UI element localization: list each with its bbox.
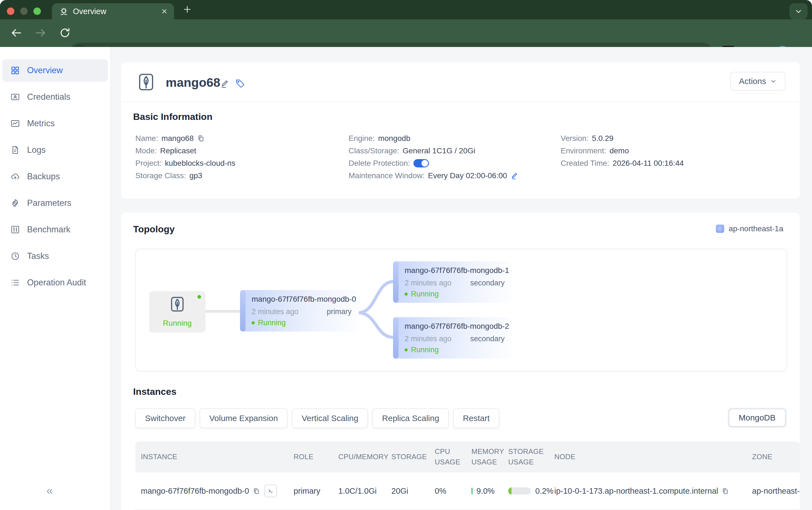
cell-instance: mango-67f76f76fb-mongodb-0: [141, 473, 294, 509]
switchover-button[interactable]: Switchover: [135, 408, 195, 428]
terminal-icon: [267, 487, 274, 494]
field-label: Delete Protection:: [349, 159, 410, 168]
pod-node-secondary-1[interactable]: mango-67f76f76fb-mongodb-1 2 minutes ago…: [393, 261, 512, 303]
volume-expansion-button[interactable]: Volume Expansion: [200, 408, 288, 428]
instance-actions: Switchover Volume Expansion Vertical Sca…: [135, 408, 499, 428]
terminal-button[interactable]: [264, 485, 277, 497]
sidebar-item-backups[interactable]: Backups: [2, 165, 108, 188]
vertical-scaling-button[interactable]: Vertical Scaling: [292, 408, 368, 428]
tab-mongodb[interactable]: MongoDB: [729, 409, 785, 426]
sidebar-item-benchmark[interactable]: Benchmark: [2, 218, 108, 241]
document-icon: [10, 145, 20, 155]
field-label: Mode:: [135, 146, 157, 155]
pod-node-secondary-2[interactable]: mango-67f76f76fb-mongodb-2 2 minutes ago…: [393, 317, 512, 359]
pod-node-primary[interactable]: mango-67f76f76fb-mongodb-0 2 minutes ago…: [240, 290, 359, 332]
tab-title: Overview: [73, 7, 161, 16]
sidebar: Overview Credentials Metrics: [0, 47, 111, 510]
zone-legend: ap-northeast-1a: [716, 224, 783, 233]
sidebar-item-label: Metrics: [27, 118, 55, 129]
tag-icon[interactable]: [235, 78, 245, 89]
pod-age: 2 minutes ago: [405, 335, 452, 343]
sidebar-item-label: Logs: [27, 145, 46, 155]
sidebar-item-label: Benchmark: [27, 225, 70, 234]
cell-cpu-usage: 0%: [435, 473, 471, 509]
field-value: mango68: [161, 134, 194, 143]
field-label: Created Time:: [561, 159, 609, 168]
column-header-storage-usage: STORAGE USAGE: [508, 442, 554, 473]
pod-age: 2 minutes ago: [252, 308, 298, 316]
field-value: demo: [610, 146, 629, 155]
sidebar-item-label: Tasks: [27, 251, 49, 261]
basic-info-title: Basic Information: [133, 111, 212, 122]
sidebar-item-metrics[interactable]: Metrics: [2, 112, 108, 135]
line-chart-icon: [10, 119, 20, 128]
field-label: Maintenance Window:: [349, 171, 425, 180]
id-badge-icon: [10, 92, 20, 102]
field-created-time: Created Time: 2026-04-11 00:16:44: [561, 160, 684, 167]
field-label: Version:: [561, 134, 588, 143]
window-maximize-button[interactable]: [33, 7, 41, 15]
pod-age: 2 minutes ago: [405, 279, 452, 287]
field-value: Replicaset: [160, 146, 196, 155]
cluster-name-title: mango68: [166, 76, 221, 90]
engine-filter-tab-group: MongoDB: [728, 408, 787, 428]
edit-maintenance-icon[interactable]: [511, 172, 519, 180]
gear-icon: [10, 198, 20, 208]
cell-node: ip-10-0-1-173.ap-northeast-1.compute.int…: [554, 473, 752, 509]
actions-button[interactable]: Actions: [730, 72, 785, 91]
browser-tab[interactable]: Overview: [52, 3, 174, 19]
sidebar-item-logs[interactable]: Logs: [2, 139, 108, 161]
copy-icon[interactable]: [197, 135, 205, 142]
tab-search-button[interactable]: [789, 3, 808, 19]
field-label: Project:: [135, 159, 162, 168]
copy-icon[interactable]: [721, 487, 729, 495]
sidebar-item-parameters[interactable]: Parameters: [2, 192, 108, 215]
field-value: General 1C1G / 20Gi: [403, 146, 475, 155]
column-header-cpu-usage: CPU USAGE: [435, 442, 471, 473]
pod-role: secondary: [470, 335, 504, 343]
sidebar-collapse-button[interactable]: «: [47, 484, 53, 497]
delete-protection-toggle[interactable]: [413, 159, 429, 167]
cell-storage: 20Gi: [392, 473, 435, 509]
sidebar-item-label: Backups: [27, 172, 60, 181]
back-icon[interactable]: [10, 27, 23, 39]
instances-table: INSTANCE ROLE CPU/MEMORY STORAGE CPU USA…: [135, 442, 800, 510]
pod-role: primary: [327, 308, 352, 316]
sidebar-item-tasks[interactable]: Tasks: [2, 245, 108, 267]
replica-scaling-button[interactable]: Replica Scaling: [372, 408, 449, 428]
sidebar-item-credentials[interactable]: Credentials: [2, 86, 108, 108]
topology-instances-card: Topology ap-northeast-1a Running: [121, 213, 800, 510]
column-header-cpu-memory: CPU/MEMORY: [338, 442, 392, 473]
window-close-button[interactable]: [7, 7, 14, 15]
close-tab-icon[interactable]: [161, 8, 168, 15]
sidebar-item-label: Operation Audit: [27, 278, 86, 288]
field-value: kubeblocks-cloud-ns: [165, 159, 235, 168]
edit-name-icon[interactable]: [220, 79, 230, 89]
clock-icon: [10, 251, 20, 261]
memory-usage-value: 9.0%: [476, 486, 495, 495]
forward-icon[interactable]: [34, 27, 47, 39]
sidebar-item-operation-audit[interactable]: Operation Audit: [2, 271, 108, 294]
copy-icon[interactable]: [253, 487, 260, 495]
sidebar-item-overview[interactable]: Overview: [2, 59, 108, 82]
cell-cpu-memory: 1.0C/1.0Gi: [338, 473, 392, 509]
field-mode: Mode: Replicaset: [135, 147, 235, 155]
cluster-status: Running: [149, 319, 205, 328]
pod-accent-bar: [240, 290, 245, 332]
pod-status: Running: [405, 290, 439, 299]
window-minimize-button[interactable]: [20, 7, 28, 15]
restart-button[interactable]: Restart: [453, 408, 499, 428]
pod-status: Running: [252, 318, 286, 327]
topology-title: Topology: [133, 224, 175, 234]
column-header-node: NODE: [554, 442, 752, 473]
topology-diagram: Running mango-67f76f76fb-mongodb-0 2 min…: [135, 249, 787, 372]
sidebar-item-label: Overview: [27, 65, 63, 76]
field-value: gp3: [190, 171, 202, 180]
reload-icon[interactable]: [59, 27, 71, 39]
cluster-root-node[interactable]: Running: [149, 291, 205, 333]
storage-usage-bar: [508, 487, 531, 494]
field-name: Name: mango68: [135, 135, 235, 142]
new-tab-icon[interactable]: [182, 4, 192, 15]
mongodb-leaf-icon: [169, 295, 186, 313]
node-name: ip-10-0-1-173.ap-northeast-1.compute.int…: [554, 486, 718, 495]
